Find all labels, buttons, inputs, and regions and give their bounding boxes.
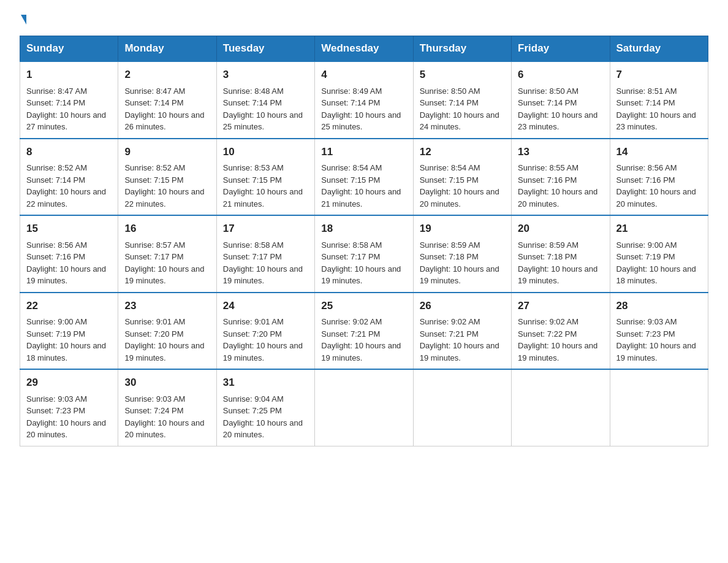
day-info: Sunrise: 9:03 AMSunset: 7:23 PMDaylight:… bbox=[616, 317, 696, 362]
day-number: 29 bbox=[26, 375, 112, 391]
calendar-cell: 6 Sunrise: 8:50 AMSunset: 7:14 PMDayligh… bbox=[512, 61, 610, 139]
day-info: Sunrise: 8:58 AMSunset: 7:17 PMDaylight:… bbox=[223, 240, 303, 286]
weekday-header-friday: Friday bbox=[512, 36, 610, 62]
day-info: Sunrise: 8:50 AMSunset: 7:14 PMDaylight:… bbox=[518, 86, 597, 132]
weekday-header-wednesday: Wednesday bbox=[315, 36, 413, 62]
calendar-cell bbox=[413, 369, 511, 446]
calendar-cell: 31 Sunrise: 9:04 AMSunset: 7:25 PMDaylig… bbox=[216, 369, 314, 446]
calendar-week-row: 22 Sunrise: 9:00 AMSunset: 7:19 PMDaylig… bbox=[20, 293, 708, 370]
day-info: Sunrise: 8:51 AMSunset: 7:14 PMDaylight:… bbox=[616, 86, 696, 132]
calendar-cell: 25 Sunrise: 9:02 AMSunset: 7:21 PMDaylig… bbox=[315, 293, 413, 370]
day-number: 13 bbox=[518, 144, 603, 160]
day-number: 23 bbox=[124, 298, 210, 314]
day-info: Sunrise: 9:00 AMSunset: 7:19 PMDaylight:… bbox=[26, 317, 106, 362]
day-info: Sunrise: 8:48 AMSunset: 7:14 PMDaylight:… bbox=[223, 86, 303, 132]
calendar-cell: 19 Sunrise: 8:59 AMSunset: 7:18 PMDaylig… bbox=[413, 215, 511, 293]
day-info: Sunrise: 9:02 AMSunset: 7:22 PMDaylight:… bbox=[518, 317, 597, 362]
calendar-cell: 20 Sunrise: 8:59 AMSunset: 7:18 PMDaylig… bbox=[512, 215, 610, 293]
day-info: Sunrise: 8:49 AMSunset: 7:14 PMDaylight:… bbox=[321, 86, 401, 132]
day-info: Sunrise: 8:58 AMSunset: 7:17 PMDaylight:… bbox=[321, 240, 401, 286]
calendar-cell: 27 Sunrise: 9:02 AMSunset: 7:22 PMDaylig… bbox=[512, 293, 610, 370]
logo bbox=[20, 15, 26, 26]
day-number: 5 bbox=[420, 67, 505, 83]
calendar-week-row: 1 Sunrise: 8:47 AMSunset: 7:14 PMDayligh… bbox=[20, 61, 708, 139]
calendar-table: SundayMondayTuesdayWednesdayThursdayFrid… bbox=[20, 36, 708, 446]
calendar-cell: 15 Sunrise: 8:56 AMSunset: 7:16 PMDaylig… bbox=[20, 215, 118, 293]
day-number: 14 bbox=[616, 144, 702, 160]
calendar-cell: 29 Sunrise: 9:03 AMSunset: 7:23 PMDaylig… bbox=[20, 369, 118, 446]
day-info: Sunrise: 9:03 AMSunset: 7:24 PMDaylight:… bbox=[124, 394, 204, 440]
calendar-cell: 12 Sunrise: 8:54 AMSunset: 7:15 PMDaylig… bbox=[413, 139, 511, 216]
day-info: Sunrise: 9:03 AMSunset: 7:23 PMDaylight:… bbox=[26, 394, 106, 440]
day-number: 4 bbox=[321, 67, 406, 83]
calendar-cell: 1 Sunrise: 8:47 AMSunset: 7:14 PMDayligh… bbox=[20, 61, 118, 139]
calendar-cell: 18 Sunrise: 8:58 AMSunset: 7:17 PMDaylig… bbox=[315, 215, 413, 293]
calendar-week-row: 29 Sunrise: 9:03 AMSunset: 7:23 PMDaylig… bbox=[20, 369, 708, 446]
calendar-cell: 11 Sunrise: 8:54 AMSunset: 7:15 PMDaylig… bbox=[315, 139, 413, 216]
day-info: Sunrise: 8:56 AMSunset: 7:16 PMDaylight:… bbox=[616, 163, 696, 209]
calendar-cell: 14 Sunrise: 8:56 AMSunset: 7:16 PMDaylig… bbox=[610, 139, 708, 216]
day-info: Sunrise: 8:56 AMSunset: 7:16 PMDaylight:… bbox=[26, 240, 106, 286]
day-number: 27 bbox=[518, 298, 603, 314]
day-info: Sunrise: 9:02 AMSunset: 7:21 PMDaylight:… bbox=[420, 317, 499, 362]
day-number: 9 bbox=[124, 144, 210, 160]
day-info: Sunrise: 8:57 AMSunset: 7:17 PMDaylight:… bbox=[124, 240, 204, 286]
calendar-cell: 2 Sunrise: 8:47 AMSunset: 7:14 PMDayligh… bbox=[118, 61, 216, 139]
day-info: Sunrise: 9:00 AMSunset: 7:19 PMDaylight:… bbox=[616, 240, 696, 286]
day-number: 18 bbox=[321, 221, 406, 237]
calendar-cell: 30 Sunrise: 9:03 AMSunset: 7:24 PMDaylig… bbox=[118, 369, 216, 446]
weekday-header-sunday: Sunday bbox=[20, 36, 118, 62]
day-info: Sunrise: 8:52 AMSunset: 7:15 PMDaylight:… bbox=[124, 163, 204, 209]
day-number: 10 bbox=[223, 144, 308, 160]
calendar-cell: 9 Sunrise: 8:52 AMSunset: 7:15 PMDayligh… bbox=[118, 139, 216, 216]
calendar-week-row: 15 Sunrise: 8:56 AMSunset: 7:16 PMDaylig… bbox=[20, 215, 708, 293]
day-info: Sunrise: 8:50 AMSunset: 7:14 PMDaylight:… bbox=[420, 86, 499, 132]
calendar-cell: 28 Sunrise: 9:03 AMSunset: 7:23 PMDaylig… bbox=[610, 293, 708, 370]
day-number: 17 bbox=[223, 221, 308, 237]
calendar-cell: 21 Sunrise: 9:00 AMSunset: 7:19 PMDaylig… bbox=[610, 215, 708, 293]
day-number: 25 bbox=[321, 298, 406, 314]
day-info: Sunrise: 8:52 AMSunset: 7:14 PMDaylight:… bbox=[26, 163, 106, 209]
day-info: Sunrise: 8:47 AMSunset: 7:14 PMDaylight:… bbox=[124, 86, 204, 132]
day-info: Sunrise: 8:59 AMSunset: 7:18 PMDaylight:… bbox=[518, 240, 597, 286]
day-number: 21 bbox=[616, 221, 702, 237]
logo-arrow-icon bbox=[21, 15, 26, 25]
day-number: 24 bbox=[223, 298, 308, 314]
day-info: Sunrise: 9:01 AMSunset: 7:20 PMDaylight:… bbox=[223, 317, 303, 362]
day-number: 11 bbox=[321, 144, 406, 160]
day-info: Sunrise: 9:01 AMSunset: 7:20 PMDaylight:… bbox=[124, 317, 204, 362]
calendar-cell: 26 Sunrise: 9:02 AMSunset: 7:21 PMDaylig… bbox=[413, 293, 511, 370]
day-number: 30 bbox=[124, 375, 210, 391]
day-number: 1 bbox=[26, 67, 112, 83]
day-info: Sunrise: 8:53 AMSunset: 7:15 PMDaylight:… bbox=[223, 163, 303, 209]
day-info: Sunrise: 9:04 AMSunset: 7:25 PMDaylight:… bbox=[223, 394, 303, 440]
day-number: 15 bbox=[26, 221, 112, 237]
calendar-cell bbox=[512, 369, 610, 446]
calendar-cell bbox=[315, 369, 413, 446]
calendar-cell: 4 Sunrise: 8:49 AMSunset: 7:14 PMDayligh… bbox=[315, 61, 413, 139]
calendar-cell: 24 Sunrise: 9:01 AMSunset: 7:20 PMDaylig… bbox=[216, 293, 314, 370]
day-info: Sunrise: 8:54 AMSunset: 7:15 PMDaylight:… bbox=[321, 163, 401, 209]
calendar-cell: 16 Sunrise: 8:57 AMSunset: 7:17 PMDaylig… bbox=[118, 215, 216, 293]
weekday-header-thursday: Thursday bbox=[413, 36, 511, 62]
weekday-header-monday: Monday bbox=[118, 36, 216, 62]
weekday-header-saturday: Saturday bbox=[610, 36, 708, 62]
calendar-cell: 8 Sunrise: 8:52 AMSunset: 7:14 PMDayligh… bbox=[20, 139, 118, 216]
calendar-cell: 22 Sunrise: 9:00 AMSunset: 7:19 PMDaylig… bbox=[20, 293, 118, 370]
calendar-cell: 23 Sunrise: 9:01 AMSunset: 7:20 PMDaylig… bbox=[118, 293, 216, 370]
day-number: 8 bbox=[26, 144, 112, 160]
day-info: Sunrise: 8:59 AMSunset: 7:18 PMDaylight:… bbox=[420, 240, 499, 286]
day-info: Sunrise: 8:55 AMSunset: 7:16 PMDaylight:… bbox=[518, 163, 597, 209]
weekday-header-row: SundayMondayTuesdayWednesdayThursdayFrid… bbox=[20, 36, 708, 62]
day-number: 16 bbox=[124, 221, 210, 237]
page-header bbox=[20, 15, 708, 26]
calendar-cell: 10 Sunrise: 8:53 AMSunset: 7:15 PMDaylig… bbox=[216, 139, 314, 216]
calendar-cell bbox=[610, 369, 708, 446]
calendar-cell: 5 Sunrise: 8:50 AMSunset: 7:14 PMDayligh… bbox=[413, 61, 511, 139]
day-number: 12 bbox=[420, 144, 505, 160]
day-number: 6 bbox=[518, 67, 603, 83]
day-number: 28 bbox=[616, 298, 702, 314]
calendar-week-row: 8 Sunrise: 8:52 AMSunset: 7:14 PMDayligh… bbox=[20, 139, 708, 216]
calendar-cell: 17 Sunrise: 8:58 AMSunset: 7:17 PMDaylig… bbox=[216, 215, 314, 293]
day-number: 20 bbox=[518, 221, 603, 237]
